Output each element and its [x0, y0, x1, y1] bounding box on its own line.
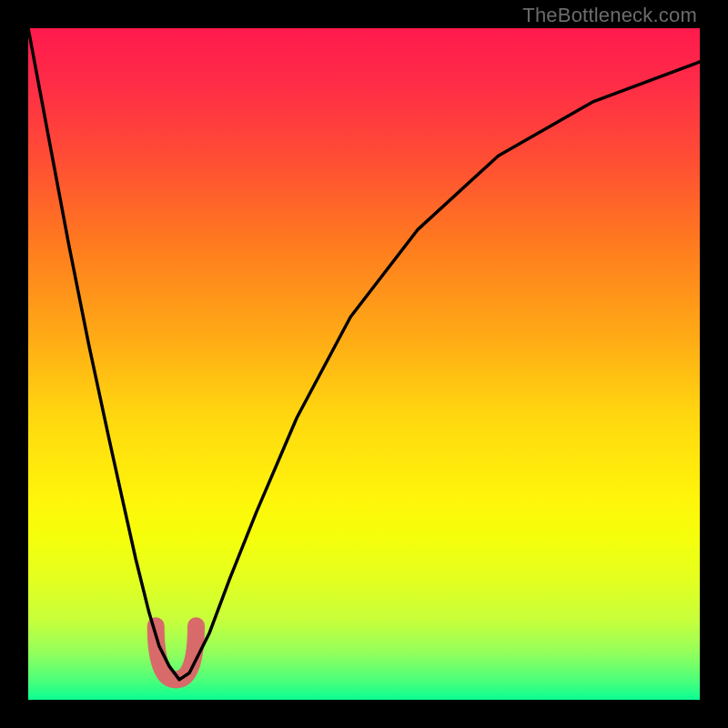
chart-area	[28, 28, 700, 700]
bottleneck-curve-line	[28, 28, 700, 680]
watermark-text: TheBottleneck.com	[522, 4, 697, 27]
bottleneck-chart-svg	[28, 28, 700, 700]
